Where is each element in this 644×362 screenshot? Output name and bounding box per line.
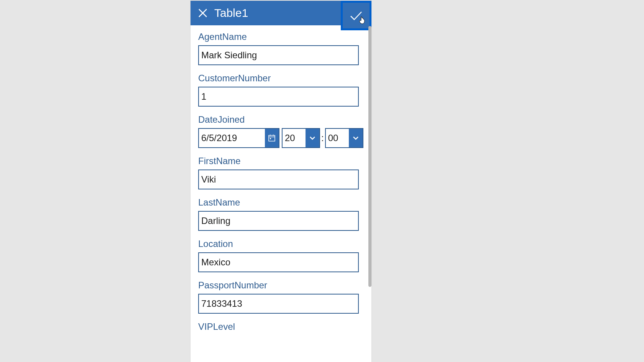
label-location: Location	[198, 239, 364, 249]
svg-rect-6	[270, 138, 271, 139]
close-icon	[198, 8, 208, 18]
input-location[interactable]	[198, 252, 359, 272]
minute-dropdown[interactable]: 00	[325, 128, 363, 148]
calendar-icon	[268, 134, 276, 142]
label-last-name: LastName	[198, 197, 364, 208]
check-icon	[348, 8, 364, 23]
field-date-joined: DateJoined 6/5/2019 20	[198, 114, 364, 148]
chevron-down-icon	[309, 134, 316, 142]
chevron-down-icon	[352, 134, 360, 142]
calendar-button[interactable]	[265, 129, 279, 147]
time-separator: :	[321, 133, 324, 143]
label-first-name: FirstName	[198, 156, 364, 166]
svg-rect-2	[269, 135, 275, 141]
input-first-name[interactable]	[198, 169, 359, 189]
date-joined-row: 6/5/2019 20	[198, 128, 364, 148]
label-date-joined: DateJoined	[198, 114, 364, 125]
date-picker[interactable]: 6/5/2019	[198, 128, 279, 148]
form-body: AgentName CustomerNumber DateJoined 6/5/…	[191, 25, 371, 362]
scrollbar-thumb[interactable]	[368, 26, 371, 287]
input-customer-number[interactable]	[198, 87, 359, 107]
hour-dropdown-button[interactable]	[306, 129, 319, 147]
date-value: 6/5/2019	[199, 129, 265, 147]
field-passport-number: PassportNumber	[198, 280, 364, 314]
field-customer-number: CustomerNumber	[198, 73, 364, 107]
label-customer-number: CustomerNumber	[198, 73, 364, 84]
label-passport-number: PassportNumber	[198, 280, 364, 291]
close-button[interactable]	[195, 5, 210, 21]
input-passport-number[interactable]	[198, 294, 359, 314]
field-agent-name: AgentName	[198, 31, 364, 65]
input-agent-name[interactable]	[198, 45, 359, 65]
hour-value: 20	[283, 129, 306, 147]
label-agent-name: AgentName	[198, 31, 364, 42]
input-last-name[interactable]	[198, 211, 359, 231]
field-last-name: LastName	[198, 197, 364, 231]
form-header: Table1	[191, 1, 371, 25]
label-vip-level: VIPLevel	[198, 321, 364, 332]
form-title: Table1	[214, 7, 248, 20]
field-first-name: FirstName	[198, 156, 364, 189]
field-vip-level: VIPLevel	[198, 321, 364, 332]
hour-dropdown[interactable]: 20	[282, 128, 320, 148]
minute-dropdown-button[interactable]	[349, 129, 363, 147]
form-panel: Table1 AgentName CustomerNumber DateJoin…	[191, 1, 371, 362]
minute-value: 00	[326, 129, 349, 147]
field-location: Location	[198, 239, 364, 272]
